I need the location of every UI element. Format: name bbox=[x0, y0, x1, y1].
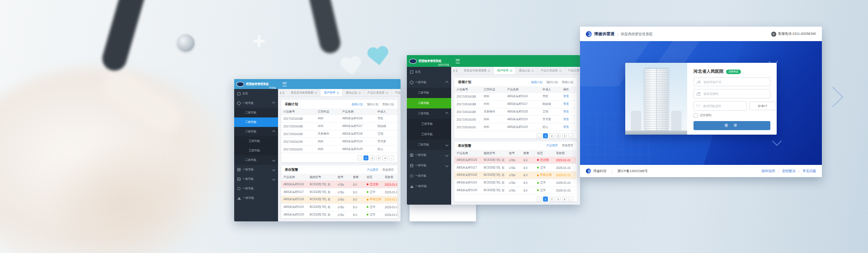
sidebar-item-level3[interactable]: 三级导航 bbox=[234, 146, 278, 155]
next-page[interactable]: › bbox=[568, 197, 573, 201]
page-3[interactable]: 3 bbox=[556, 197, 561, 201]
link-faq[interactable]: 常见问题 bbox=[802, 169, 816, 173]
tab-product-category[interactable]: 产品分类设置 bbox=[364, 89, 392, 96]
view-link[interactable]: 查看 bbox=[563, 110, 569, 113]
view-link[interactable]: 查看 bbox=[563, 94, 569, 98]
chevron-up-icon bbox=[445, 81, 448, 84]
page-1[interactable]: 1 bbox=[363, 155, 368, 160]
circle-icon bbox=[237, 187, 241, 190]
sidebar-item-level1[interactable]: 一级导航 bbox=[407, 150, 451, 160]
page-1[interactable]: 1 bbox=[543, 197, 548, 201]
login-card: 河北省人民医院 消杀用品 6+8=? bbox=[625, 63, 777, 135]
link-highvalue-stock[interactable]: 高值库存 bbox=[562, 144, 573, 148]
link-highvalue-plan[interactable]: 高值计划 bbox=[382, 103, 394, 107]
sidebar-item-level1[interactable]: 一级导航 bbox=[407, 181, 451, 192]
view-link[interactable]: 查看 bbox=[563, 125, 569, 128]
tab-certificates[interactable]: 资质证件效期预警 bbox=[461, 67, 494, 74]
sidebar-item-home[interactable]: 首页 bbox=[234, 89, 278, 98]
sidebar-item-label: 三级导航 bbox=[249, 149, 260, 153]
link-requisition-plan[interactable]: 领用计划 bbox=[531, 80, 542, 84]
sidebar-item-label: 一级导航 bbox=[242, 177, 254, 181]
sidebar-item-level1[interactable]: 一级导航 bbox=[407, 171, 451, 181]
status-dot bbox=[537, 159, 539, 161]
col-batch: 批号 bbox=[335, 174, 351, 181]
link-reservation-plan[interactable]: 预约计划 bbox=[547, 80, 558, 84]
sidebar-item-level2[interactable]: 二级导航 bbox=[407, 108, 451, 119]
sidebar-item-level2-active[interactable]: 二级导航 bbox=[234, 117, 278, 127]
sidebar-item-level2[interactable]: 二级导航 bbox=[407, 88, 451, 98]
sidebar-item-level3[interactable]: 三级导航 bbox=[407, 129, 451, 140]
sidebar-item-level1[interactable]: 一级导航 bbox=[234, 174, 278, 184]
username-input[interactable] bbox=[703, 80, 767, 84]
table-row-expired: ABS床头柜0116BCS33型 5孔 右o78o8.0已过期2023-01-0… bbox=[454, 157, 576, 164]
status-dot bbox=[367, 206, 368, 208]
login-app-window: 博健供需通 | 供应商供货管理系统 ✆ 客服电话 0311-83056390 河… bbox=[580, 27, 822, 177]
prev-page[interactable]: ‹ bbox=[357, 155, 362, 160]
sidebar-item-level2-active[interactable]: 二级导航 bbox=[407, 98, 451, 108]
table-row: 20171001A186内科ABS床头柜0116李程查看 bbox=[281, 115, 397, 122]
link-requisition-plan[interactable]: 领用计划 bbox=[351, 103, 363, 107]
collapse-tabs-icon[interactable] bbox=[278, 89, 288, 96]
sidebar-item-level1[interactable]: 一级导航 bbox=[407, 77, 451, 88]
sidebar-item-level2[interactable]: 二级导航 bbox=[234, 108, 278, 117]
page-1[interactable]: 1 bbox=[543, 133, 548, 138]
tab-certificates[interactable]: 资质证件效期预警 bbox=[288, 89, 321, 96]
captcha-input[interactable] bbox=[702, 104, 744, 108]
tab-product-category[interactable]: 产品分类设置 bbox=[538, 67, 565, 74]
prev-page[interactable]: ‹ bbox=[537, 133, 542, 138]
tab-notice[interactable]: 通知公告 bbox=[343, 89, 364, 96]
chevron-down-icon bbox=[272, 178, 275, 181]
table-row: ABS床头柜0119BCS33型 5孔 右o78o8.0正常2025-01-01 bbox=[281, 203, 397, 211]
prev-page[interactable]: ‹ bbox=[537, 197, 542, 201]
page-3[interactable]: 3 bbox=[556, 133, 561, 138]
hamburger-menu-icon[interactable] bbox=[283, 82, 287, 86]
tab-user-management[interactable]: 用户管理 bbox=[321, 89, 342, 96]
sidebar-item-level3[interactable]: 三级导航 bbox=[407, 119, 451, 129]
sidebar-item-level1[interactable]: 一级导航 bbox=[407, 160, 451, 171]
password-input[interactable] bbox=[703, 92, 767, 96]
sidebar-item-level2[interactable]: 二级导航 bbox=[407, 140, 451, 150]
view-link[interactable]: 查看 bbox=[563, 102, 569, 105]
sidebar-item-level1[interactable]: 一级导航 bbox=[234, 184, 278, 193]
triangle-icon bbox=[410, 185, 414, 188]
next-page[interactable]: › bbox=[568, 133, 573, 138]
link-product-stock[interactable]: 产品库存 bbox=[547, 144, 558, 148]
admin-main: 资质证件效期预警 用户管理 通知公告 产品分类设置 产品出库 采购计划 领用计划… bbox=[278, 79, 401, 221]
page-4[interactable]: 4 bbox=[382, 155, 387, 160]
link-highvalue-plan[interactable]: 高值计划 bbox=[562, 80, 573, 84]
tab-notice[interactable]: 通知公告 bbox=[516, 67, 538, 74]
page-3[interactable]: 3 bbox=[376, 155, 381, 160]
sidebar-item-level3[interactable]: 三级导航 bbox=[234, 136, 278, 146]
link-key-driver[interactable]: 密钥驱动 bbox=[782, 169, 796, 173]
sidebar-item-level1[interactable]: 一级导航 bbox=[234, 193, 278, 203]
view-link[interactable]: 查看 bbox=[563, 117, 569, 121]
tab-user-management[interactable]: 用户管理 bbox=[494, 67, 515, 74]
collapse-tabs-icon[interactable] bbox=[451, 67, 461, 74]
sidebar-item-home[interactable]: 首页 bbox=[407, 67, 451, 77]
status-dot bbox=[367, 214, 368, 216]
link-operation-guide[interactable]: 操作说明 bbox=[761, 169, 775, 173]
sidebar-item-level2[interactable]: 二级导航 bbox=[234, 127, 278, 136]
page-2[interactable]: 2 bbox=[549, 197, 554, 201]
sidebar-item-label: 一级导航 bbox=[243, 196, 254, 200]
hamburger-menu-icon[interactable] bbox=[456, 59, 460, 63]
captcha-question[interactable]: 6+8=? bbox=[750, 102, 776, 110]
page-2[interactable]: 2 bbox=[549, 133, 554, 138]
sidebar-item-level1[interactable]: 一级导航 bbox=[234, 165, 278, 174]
chevron-up-icon bbox=[272, 130, 275, 133]
page-2[interactable]: 2 bbox=[370, 155, 375, 160]
page-4[interactable]: 4 bbox=[562, 133, 567, 138]
link-highvalue-stock[interactable]: 高值库存 bbox=[382, 168, 394, 172]
next-page[interactable]: › bbox=[389, 155, 394, 160]
triangle-icon bbox=[237, 197, 241, 200]
sidebar-item-level2[interactable]: 二级导航 bbox=[234, 155, 278, 165]
link-reservation-plan[interactable]: 预约计划 bbox=[367, 103, 378, 107]
tab-product-outbound[interactable]: 产品出库 bbox=[565, 67, 580, 74]
remember-checkbox[interactable] bbox=[693, 113, 698, 118]
link-product-stock[interactable]: 产品库存 bbox=[367, 168, 378, 172]
sidebar-item-level1[interactable]: 一级导航 bbox=[234, 98, 278, 108]
tab-product-outbound[interactable]: 产品出库 bbox=[392, 89, 401, 96]
chevron-up-icon bbox=[445, 112, 448, 115]
login-button[interactable]: 登 录 bbox=[693, 121, 770, 130]
page-4[interactable]: 4 bbox=[562, 197, 567, 201]
